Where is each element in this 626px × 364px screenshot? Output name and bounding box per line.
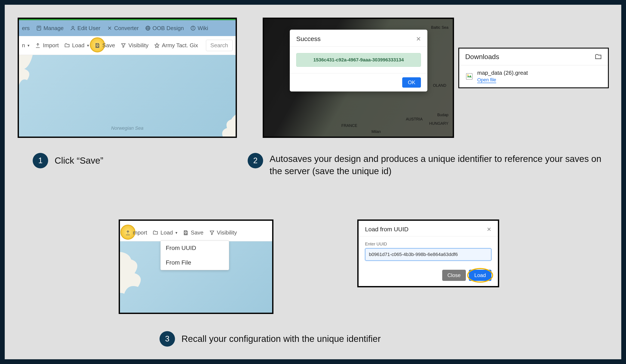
toolbar-visibility-label: Visibility xyxy=(128,42,148,49)
filter-icon xyxy=(120,43,126,48)
modal-body: Enter UUID xyxy=(358,236,498,266)
svg-rect-10 xyxy=(97,43,98,44)
toolbar-save[interactable]: Save xyxy=(183,229,203,236)
sea-label: Norwegian Sea xyxy=(111,125,143,131)
toolbar-visibility-label: Visibility xyxy=(217,229,237,236)
downloads-header: Downloads xyxy=(459,49,608,65)
menu-wiki[interactable]: Wiki xyxy=(190,25,208,32)
panel-load-uuid-modal: Load from UUID ✕ Enter UUID Close Load xyxy=(357,220,499,287)
toolbar-load[interactable]: Load ▾ xyxy=(153,229,177,236)
toolbar-dropdown-fragment[interactable]: n▾ xyxy=(22,42,30,49)
svg-rect-14 xyxy=(185,231,187,232)
save-icon xyxy=(183,230,189,235)
menu-oob-design[interactable]: OOB Design xyxy=(145,25,184,32)
menubar: ers Manage Edit User Converter OOB Desig… xyxy=(19,20,235,36)
file-name: map_data (26).great xyxy=(477,69,528,76)
search-input[interactable]: Search xyxy=(206,40,233,51)
svg-point-13 xyxy=(467,74,469,76)
chevron-down-icon: ▾ xyxy=(87,43,89,48)
svg-point-3 xyxy=(72,26,74,28)
star-icon xyxy=(154,43,160,48)
map-area: Norwegian Sea xyxy=(19,55,235,136)
panel-save-screenshot: ers Manage Edit User Converter OOB Desig… xyxy=(18,18,237,138)
menu-manage[interactable]: Manage xyxy=(36,25,64,32)
whitebar xyxy=(120,221,272,224)
svg-rect-12 xyxy=(466,73,472,79)
toolbar: mport Load ▾ Save Visibility xyxy=(120,224,272,241)
step-1: 1 Click “Save” xyxy=(33,153,103,168)
close-icon[interactable]: ✕ xyxy=(487,226,491,233)
toolbar-import[interactable]: mport xyxy=(125,229,147,236)
menu-ers-fragment: ers xyxy=(22,25,30,32)
success-modal: Success ✕ 1536c431-c92a-4967-9aaa-303996… xyxy=(290,30,427,92)
load-button-label: Load xyxy=(474,272,486,278)
folder-open-icon xyxy=(153,230,158,235)
modal-header: Load from UUID ✕ xyxy=(358,221,498,236)
filter-icon xyxy=(209,230,215,235)
toolbar-load[interactable]: Load ▾ xyxy=(64,42,89,49)
chevron-down-icon: ▾ xyxy=(28,43,30,48)
coastline-decoration xyxy=(18,55,66,111)
close-button[interactable]: Close xyxy=(442,270,466,281)
toolbar-save[interactable]: Save xyxy=(95,42,115,49)
svg-point-9 xyxy=(193,27,193,27)
step-text-1: Click “Save” xyxy=(55,155,103,167)
menu-edit-user-label: Edit User xyxy=(78,25,100,32)
step-3: 3 Recall your configuration with the uni… xyxy=(159,331,381,347)
input-label: Enter UUID xyxy=(365,242,491,247)
toolbar-import[interactable]: Import xyxy=(35,42,59,49)
toolbar-load-label: Load xyxy=(160,229,173,236)
folder-open-icon xyxy=(64,43,70,48)
step-badge-3: 3 xyxy=(159,331,175,347)
panel-success-modal: Baltic Sea OLAND FRANCE HUNGARY Budap Mi… xyxy=(263,18,454,138)
modal-title: Load from UUID xyxy=(365,226,408,233)
user-icon xyxy=(70,25,76,31)
file-icon xyxy=(465,72,473,81)
file-meta: map_data (26).great Open file xyxy=(477,69,528,83)
uuid-input[interactable] xyxy=(365,248,491,261)
downloads-panel: Downloads map_data (26).great Open file xyxy=(458,48,609,88)
uuid-result: 1536c431-c92a-4967-9aaa-303996333134 xyxy=(296,53,421,67)
ok-button[interactable]: OK xyxy=(402,77,421,88)
modal-header: Success ✕ xyxy=(290,30,427,47)
dropdown-from-uuid[interactable]: From UUID xyxy=(160,241,229,255)
toolbar-load-label: Load xyxy=(72,42,84,49)
toolbar-import-label: mport xyxy=(133,229,147,236)
load-dropdown: From UUID From File xyxy=(160,240,229,270)
step-badge-1: 1 xyxy=(33,153,48,168)
toolbar-save-label: Save xyxy=(102,42,115,49)
database-icon xyxy=(36,25,42,31)
dropdown-from-file[interactable]: From File xyxy=(160,255,229,270)
menu-oob-label: OOB Design xyxy=(153,25,184,32)
menu-converter-label: Converter xyxy=(114,25,139,32)
folder-icon[interactable] xyxy=(595,53,602,61)
svg-rect-11 xyxy=(97,46,98,47)
menu-manage-label: Manage xyxy=(43,25,64,32)
menu-edit-user[interactable]: Edit User xyxy=(70,25,100,32)
modal-title: Success xyxy=(296,35,320,42)
tools-icon xyxy=(107,25,113,31)
toolbar-import-label: Import xyxy=(43,42,59,49)
toolbar-visibility[interactable]: Visibility xyxy=(209,229,237,236)
globe-icon xyxy=(145,25,151,31)
downloads-title: Downloads xyxy=(465,53,499,61)
load-button[interactable]: Load xyxy=(469,270,491,281)
step-2: 2 Autosaves your design and produces a u… xyxy=(248,153,613,177)
save-icon xyxy=(95,43,100,48)
step-badge-2: 2 xyxy=(248,153,263,168)
toolbar-save-label: Save xyxy=(191,229,203,236)
modal-footer: Close Load xyxy=(358,266,498,286)
step-text-2: Autosaves your design and produces a uni… xyxy=(270,153,613,177)
open-file-link[interactable]: Open file xyxy=(477,77,496,83)
coastline-decoration xyxy=(199,98,237,138)
downloads-item[interactable]: map_data (26).great Open file xyxy=(459,65,608,87)
menu-converter[interactable]: Converter xyxy=(107,25,139,32)
chevron-down-icon: ▾ xyxy=(175,231,177,235)
toolbar: n▾ Import Load ▾ Save Visibility xyxy=(19,36,235,55)
close-icon[interactable]: ✕ xyxy=(416,35,421,42)
toolbar-visibility[interactable]: Visibility xyxy=(120,42,148,49)
modal-footer: OK xyxy=(290,73,427,92)
toolbar-army-label: Army Tact. Gix xyxy=(162,42,198,49)
info-icon xyxy=(190,25,196,31)
toolbar-army-tact[interactable]: Army Tact. Gix xyxy=(154,42,198,49)
